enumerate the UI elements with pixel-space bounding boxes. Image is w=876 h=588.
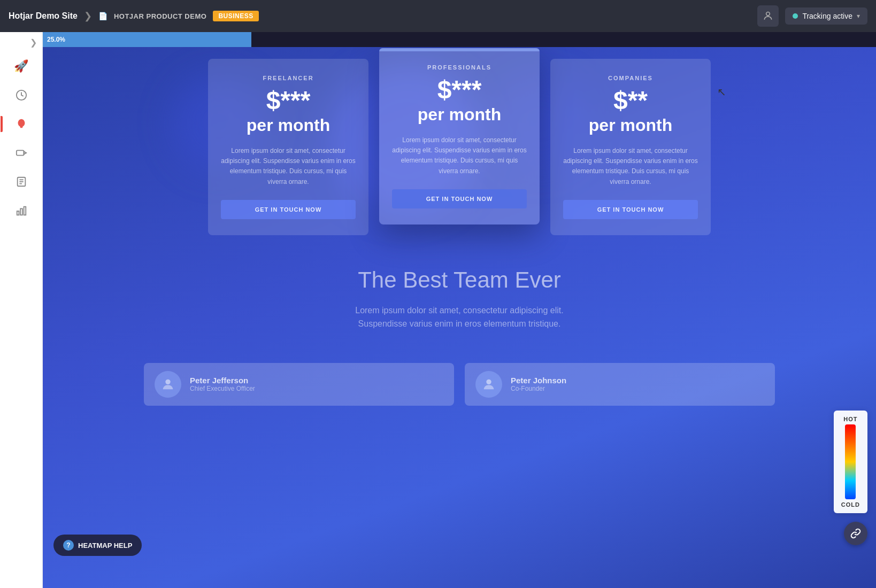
team-subtitle-1: Lorem ipsum dolor sit amet, consectetur …: [43, 304, 876, 318]
demo-icon: 📄: [98, 12, 107, 20]
sidebar-item-surveys[interactable]: [8, 168, 35, 195]
price-companies: $**: [563, 88, 698, 113]
sidebar-item-recordings[interactable]: [8, 140, 35, 166]
legend-hot-label: HOT: [843, 416, 857, 422]
main-content: 25.0% FREELANCER $*** per month Lorem ip…: [43, 32, 876, 588]
svg-rect-10: [24, 207, 26, 215]
progress-label: 25.0%: [47, 36, 65, 43]
avatar-jefferson: [155, 371, 181, 398]
topbar: Hotjar Demo Site ❯ 📄 HOTJAR PRODUCT DEMO…: [0, 0, 876, 32]
tracking-button[interactable]: Tracking active ▾: [785, 7, 867, 25]
per-month-professionals: per month: [392, 105, 527, 125]
avatar-johnson: [475, 371, 502, 398]
rocket-icon: 🚀: [14, 59, 28, 73]
recordings-icon: [16, 147, 27, 159]
help-icon: ?: [63, 540, 74, 551]
desc-companies: Lorem ipsum dolor sit amet, consectetur …: [563, 146, 698, 187]
cta-companies[interactable]: GET IN TOUCH NOW: [563, 200, 698, 219]
sidebar-item-dashboard[interactable]: [8, 82, 35, 109]
sidebar-item-analytics[interactable]: [8, 197, 35, 224]
desc-freelancer: Lorem ipsum dolor sit amet, consectetur …: [221, 146, 356, 187]
per-month-freelancer: per month: [221, 115, 356, 135]
breadcrumb-chevron: ❯: [84, 10, 92, 22]
analytics-icon: [16, 205, 27, 216]
team-member-1: Peter Jefferson Chief Executive Officer: [144, 363, 454, 406]
tier-professionals: PROFESSIONALS: [392, 64, 527, 71]
svg-point-12: [486, 380, 491, 384]
cta-freelancer[interactable]: GET IN TOUCH NOW: [221, 200, 356, 219]
tracking-label: Tracking active: [802, 12, 852, 20]
link-icon: [850, 528, 861, 539]
price-freelancer: $***: [221, 88, 356, 113]
tracking-dot: [793, 13, 798, 19]
svg-point-11: [165, 380, 170, 384]
svg-point-0: [766, 12, 770, 16]
progress-bar-container: 25.0%: [43, 32, 876, 47]
pricing-card-freelancer: FREELANCER $*** per month Lorem ipsum do…: [208, 59, 368, 235]
team-title: The Best Team Ever: [43, 267, 876, 293]
progress-bar-fill: [43, 32, 251, 47]
sidebar-toggle[interactable]: ❯: [0, 37, 42, 48]
heatmap-icon: [16, 118, 27, 130]
team-info-1: Peter Jefferson Chief Executive Officer: [190, 376, 255, 392]
demo-background: FREELANCER $*** per month Lorem ipsum do…: [43, 32, 876, 588]
pricing-card-companies: COMPANIES $** per month Lorem ipsum dolo…: [550, 59, 711, 235]
avatar-button[interactable]: [757, 5, 779, 27]
pricing-section: FREELANCER $*** per month Lorem ipsum do…: [43, 32, 876, 235]
per-month-companies: per month: [563, 115, 698, 135]
legend-cold-label: COLD: [841, 501, 860, 508]
price-professionals: $***: [392, 77, 527, 103]
team-section: The Best Team Ever Lorem ipsum dolor sit…: [43, 235, 876, 352]
team-role-jefferson: Chief Executive Officer: [190, 385, 255, 392]
sidebar-item-rocket[interactable]: 🚀: [8, 53, 35, 80]
team-name-johnson: Peter Johnson: [511, 376, 566, 385]
team-name-jefferson: Peter Jefferson: [190, 376, 255, 385]
plan-badge: BUSINESS: [213, 11, 258, 21]
tracking-chevron-icon: ▾: [857, 12, 860, 20]
team-member-2: Peter Johnson Co-Founder: [465, 363, 775, 406]
team-role-johnson: Co-Founder: [511, 385, 566, 392]
tier-freelancer: FREELANCER: [221, 75, 356, 81]
svg-rect-8: [17, 211, 19, 215]
legend-gradient: [845, 424, 856, 499]
cta-professionals[interactable]: GET IN TOUCH NOW: [392, 189, 527, 208]
heatmap-help-button[interactable]: ? HEATMAP HELP: [53, 535, 142, 556]
team-info-2: Peter Johnson Co-Founder: [511, 376, 566, 392]
svg-rect-9: [20, 208, 22, 215]
sidebar: ❯ 🚀: [0, 32, 43, 588]
site-name: Hotjar Demo Site: [9, 11, 78, 21]
team-row: Peter Jefferson Chief Executive Officer …: [43, 363, 876, 406]
svg-rect-2: [16, 150, 24, 155]
svg-marker-3: [24, 151, 26, 154]
team-subtitle-2: Suspendisse varius enim in eros elementu…: [43, 317, 876, 331]
demo-label: HOTJAR PRODUCT DEMO: [114, 12, 206, 20]
featured-topbar: [379, 48, 540, 51]
sidebar-toggle-button[interactable]: ❯: [30, 37, 37, 48]
tier-companies: COMPANIES: [563, 75, 698, 81]
dashboard-icon: [16, 89, 27, 101]
pricing-card-professionals: PROFESSIONALS $*** per month Lorem ipsum…: [379, 48, 540, 225]
heatmap-help-label: HEATMAP HELP: [78, 541, 132, 550]
sidebar-item-heatmap[interactable]: [8, 111, 35, 137]
desc-professionals: Lorem ipsum dolor sit amet, consectetur …: [392, 135, 527, 176]
link-icon-button[interactable]: [844, 522, 867, 545]
surveys-icon: [16, 176, 27, 188]
heatmap-legend: HOT COLD: [834, 411, 867, 513]
